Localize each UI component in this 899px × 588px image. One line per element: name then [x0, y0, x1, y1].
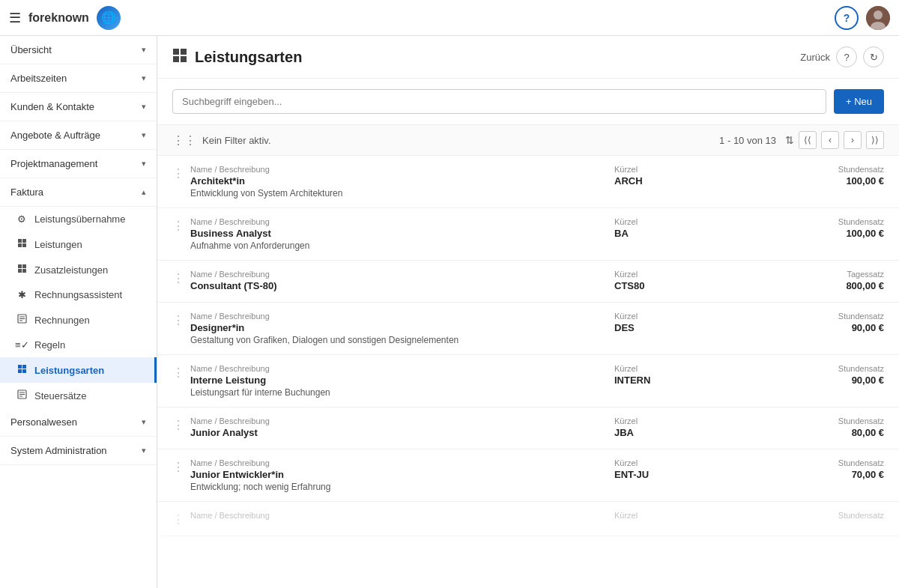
sidebar-item-kunden[interactable]: Kunden & Kontakte ▾: [0, 93, 157, 121]
svg-rect-9: [18, 269, 22, 273]
sidebar: Übersicht ▾ Arbeitszeiten ▾ Kunden & Kon…: [0, 36, 157, 588]
sidebar-item-personalwesen[interactable]: Personalwesen ▾: [0, 408, 157, 437]
sidebar-item-label: Angebote & Aufträge: [10, 130, 100, 141]
col-kurzel: Kürzel: [614, 511, 749, 521]
row-menu-icon[interactable]: ⋮: [172, 511, 190, 527]
page-last-button[interactable]: ⟩⟩: [866, 131, 884, 149]
svg-rect-15: [18, 365, 22, 369]
topbar-right: ?: [835, 6, 890, 30]
page-next-button[interactable]: ›: [844, 131, 862, 149]
sidebar-subitem-label: Leistungen: [34, 239, 82, 250]
col-satz: Stundensatz 80,00 €: [749, 416, 884, 438]
sidebar-subitem-steuersatze[interactable]: Steuersätze: [0, 383, 157, 408]
sidebar-subitem-regeln[interactable]: ≡✓ Regeln: [0, 333, 157, 357]
page-title-area: Leistungsarten: [172, 48, 302, 67]
sidebar-subitem-leistungen[interactable]: Leistungen: [0, 231, 157, 257]
page-actions: Zurück ? ↻: [800, 46, 884, 67]
svg-rect-23: [173, 49, 179, 55]
col-satz: Tagessatz 800,00 €: [749, 270, 884, 291]
table-row[interactable]: ⋮ Name / Beschreibung Kürzel Stundensatz: [157, 502, 899, 536]
svg-rect-8: [22, 264, 26, 268]
row-satz: 800,00 €: [749, 280, 884, 291]
app-logo: 🌐: [97, 6, 121, 30]
svg-rect-26: [181, 56, 187, 62]
table-area: ⋮ Name / Beschreibung Architekt*in Entwi…: [157, 156, 899, 588]
table-row[interactable]: ⋮ Name / Beschreibung Interne Leistung L…: [157, 355, 899, 407]
leistungsarten-icon: [15, 364, 28, 376]
row-satz: 100,00 €: [749, 175, 884, 187]
avatar[interactable]: [866, 6, 890, 30]
table-row[interactable]: ⋮ Name / Beschreibung Business Analyst A…: [157, 208, 899, 261]
sidebar-subitem-rechnungen[interactable]: Rechnungen: [0, 307, 157, 333]
row-menu-icon[interactable]: ⋮: [172, 416, 190, 432]
col-kurzel: Kürzel ENT-JU: [614, 458, 749, 480]
page-title: Leistungsarten: [195, 49, 302, 66]
row-satz: 90,00 €: [749, 375, 884, 386]
svg-rect-18: [22, 369, 26, 373]
col-satz: Stundensatz: [749, 511, 884, 521]
sidebar-item-projektmanagement[interactable]: Projektmanagement ▾: [0, 150, 157, 178]
sidebar-subitem-zusatzleistungen[interactable]: Zusatzleistungen: [0, 257, 157, 282]
sidebar-subitem-label: Zusatzleistungen: [34, 264, 108, 276]
row-kurzel: ENT-JU: [614, 469, 749, 480]
row-menu-icon[interactable]: ⋮: [172, 458, 190, 474]
svg-rect-6: [22, 243, 26, 247]
sidebar-item-faktura[interactable]: Faktura ▴: [0, 178, 157, 207]
row-menu-icon[interactable]: ⋮: [172, 270, 190, 285]
filter-right: 1 - 10 von 13 ⇅ ⟨⟨ ‹ › ⟩⟩: [719, 131, 884, 149]
table-row[interactable]: ⋮ Name / Beschreibung Architekt*in Entwi…: [157, 156, 899, 208]
sidebar-subitem-rechnungsassistent[interactable]: ✱ Rechnungsassistent: [0, 282, 157, 307]
sidebar-item-arbeitszeiten[interactable]: Arbeitszeiten ▾: [0, 64, 157, 93]
table-row[interactable]: ⋮ Name / Beschreibung Consultant (TS-80)…: [157, 261, 899, 303]
sidebar-item-system-admin[interactable]: System Administration ▾: [0, 437, 157, 465]
help-button[interactable]: ?: [835, 6, 859, 30]
sidebar-subitem-leistungsarten[interactable]: Leistungsarten: [0, 357, 157, 383]
sidebar-item-label: Projektmanagement: [10, 158, 97, 169]
kurzel-label: Kürzel: [614, 217, 749, 226]
satz-label: Stundensatz: [749, 312, 884, 321]
search-area: + Neu: [157, 79, 899, 125]
row-content: Name / Beschreibung Designer*in Gestaltu…: [190, 312, 884, 345]
kurzel-label: Kürzel: [614, 364, 749, 373]
row-satz: 80,00 €: [749, 427, 884, 438]
satz-label: Tagessatz: [749, 270, 884, 279]
page-prev-button[interactable]: ‹: [821, 131, 839, 149]
table-row[interactable]: ⋮ Name / Beschreibung Junior Entwickler*…: [157, 449, 899, 502]
table-icon: [15, 238, 28, 250]
sidebar-subitem-label: Rechnungen: [34, 315, 90, 326]
row-name: Consultant (TS-80): [190, 280, 614, 291]
sort-icon[interactable]: ⇅: [785, 134, 794, 146]
filter-dots-icon[interactable]: ⋮⋮: [172, 133, 196, 148]
row-satz: 100,00 €: [749, 228, 884, 239]
satz-label: Stundensatz: [749, 165, 884, 174]
table-row[interactable]: ⋮ Name / Beschreibung Designer*in Gestal…: [157, 303, 899, 355]
help-icon-button[interactable]: ?: [836, 46, 857, 67]
sidebar-item-angebote[interactable]: Angebote & Aufträge ▾: [0, 121, 157, 150]
row-menu-icon[interactable]: ⋮: [172, 165, 190, 181]
row-menu-icon[interactable]: ⋮: [172, 217, 190, 233]
satz-label: Stundensatz: [749, 458, 884, 467]
chevron-down-icon: ▾: [142, 159, 146, 169]
hamburger-icon[interactable]: ☰: [9, 10, 21, 26]
row-name: Junior Analyst: [190, 427, 614, 438]
search-input[interactable]: [172, 89, 826, 114]
kurzel-label: Kürzel: [614, 165, 749, 174]
page-first-button[interactable]: ⟨⟨: [799, 131, 817, 149]
sidebar-subitem-leistungsubernahme[interactable]: ⚙ Leistungsübernahme: [0, 207, 157, 231]
col-kurzel: Kürzel JBA: [614, 416, 749, 438]
refresh-icon-button[interactable]: ↻: [863, 46, 884, 67]
name-label: Name / Beschreibung: [190, 416, 614, 425]
table-row[interactable]: ⋮ Name / Beschreibung Junior Analyst Kür…: [157, 407, 899, 449]
row-menu-icon[interactable]: ⋮: [172, 312, 190, 327]
col-kurzel: Kürzel ARCH: [614, 165, 749, 187]
kurzel-label: Kürzel: [614, 312, 749, 321]
sidebar-item-ubersicht[interactable]: Übersicht ▾: [0, 36, 157, 64]
wand-icon: ✱: [15, 289, 28, 300]
new-button[interactable]: + Neu: [834, 89, 884, 114]
row-menu-icon[interactable]: ⋮: [172, 364, 190, 380]
svg-rect-17: [18, 369, 22, 373]
row-content: Name / Beschreibung Interne Leistung Lei…: [190, 364, 884, 398]
name-label: Name / Beschreibung: [190, 217, 614, 226]
back-link[interactable]: Zurück: [800, 52, 830, 63]
row-kurzel: JBA: [614, 427, 749, 438]
